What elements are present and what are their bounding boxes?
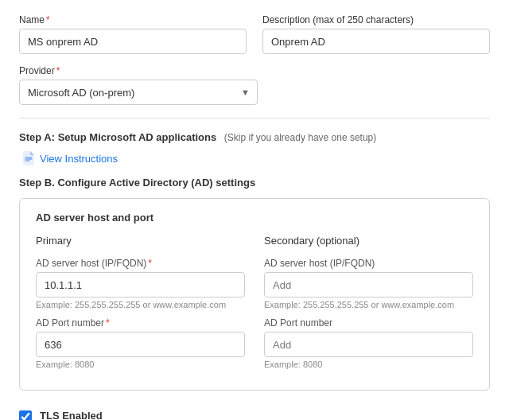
primary-col-title: Primary — [36, 235, 245, 247]
secondary-host-field: AD server host (IP/FQDN) Example: 255.25… — [264, 258, 473, 309]
provider-label: Provider* — [19, 65, 258, 76]
primary-port-label: AD Port number* — [36, 317, 245, 329]
name-description-row: Name* Description (max of 250 characters… — [19, 14, 490, 54]
name-label: Name* — [19, 14, 247, 25]
description-group: Description (max of 250 characters) — [262, 14, 490, 54]
provider-select-wrapper: Microsoft AD (on-prem) Azure AD Other ▼ — [19, 80, 258, 105]
tls-checkbox[interactable] — [19, 410, 32, 420]
primary-host-input[interactable] — [36, 272, 245, 298]
secondary-port-label: AD Port number — [264, 317, 473, 329]
primary-port-hint: Example: 8080 — [36, 360, 245, 369]
step-a-title: Step A: Setup Microsoft AD applications … — [19, 131, 490, 143]
secondary-host-hint: Example: 255.255.255.255 or www.example.… — [264, 300, 473, 309]
primary-port-field: AD Port number* Example: 8080 — [36, 317, 245, 369]
description-label: Description (max of 250 characters) — [262, 14, 490, 25]
ad-server-card: AD server host and port Primary AD serve… — [19, 198, 490, 391]
name-group: Name* — [19, 14, 247, 54]
skip-note: (Skip if you already have one setup) — [224, 132, 376, 143]
view-instructions-label: View Instructions — [40, 153, 118, 165]
name-input[interactable] — [19, 29, 247, 54]
document-icon — [22, 151, 35, 165]
secondary-host-input[interactable] — [264, 272, 473, 298]
secondary-port-input[interactable] — [264, 332, 473, 357]
tls-label: TLS Enabled — [40, 410, 435, 420]
tls-section: TLS Enabled Use TLS to protect the usern… — [19, 402, 490, 420]
secondary-col: Secondary (optional) AD server host (IP/… — [264, 235, 473, 377]
provider-group: Provider* Microsoft AD (on-prem) Azure A… — [19, 65, 258, 105]
provider-row: Provider* Microsoft AD (on-prem) Azure A… — [19, 65, 490, 105]
primary-col: Primary AD server host (IP/FQDN)* Exampl… — [36, 235, 245, 377]
primary-port-input[interactable] — [36, 332, 245, 357]
secondary-col-title: Secondary (optional) — [264, 235, 473, 247]
primary-host-hint: Example: 255.255.255.255 or www.example.… — [36, 300, 245, 309]
step-b-title: Step B. Configure Active Directory (AD) … — [19, 177, 490, 189]
secondary-host-label: AD server host (IP/FQDN) — [264, 258, 473, 269]
page-container: Name* Description (max of 250 characters… — [0, 0, 509, 420]
divider — [19, 118, 490, 119]
provider-select[interactable]: Microsoft AD (on-prem) Azure AD Other — [19, 80, 258, 105]
primary-host-field: AD server host (IP/FQDN)* Example: 255.2… — [36, 258, 245, 309]
tls-info: TLS Enabled Use TLS to protect the usern… — [40, 410, 435, 420]
view-instructions-link[interactable]: View Instructions — [22, 151, 118, 165]
ad-columns: Primary AD server host (IP/FQDN)* Exampl… — [36, 235, 473, 377]
ad-card-title: AD server host and port — [36, 212, 473, 224]
primary-host-label: AD server host (IP/FQDN)* — [36, 258, 245, 269]
description-input[interactable] — [262, 29, 490, 54]
secondary-port-hint: Example: 8080 — [264, 360, 473, 369]
secondary-port-field: AD Port number Example: 8080 — [264, 317, 473, 369]
